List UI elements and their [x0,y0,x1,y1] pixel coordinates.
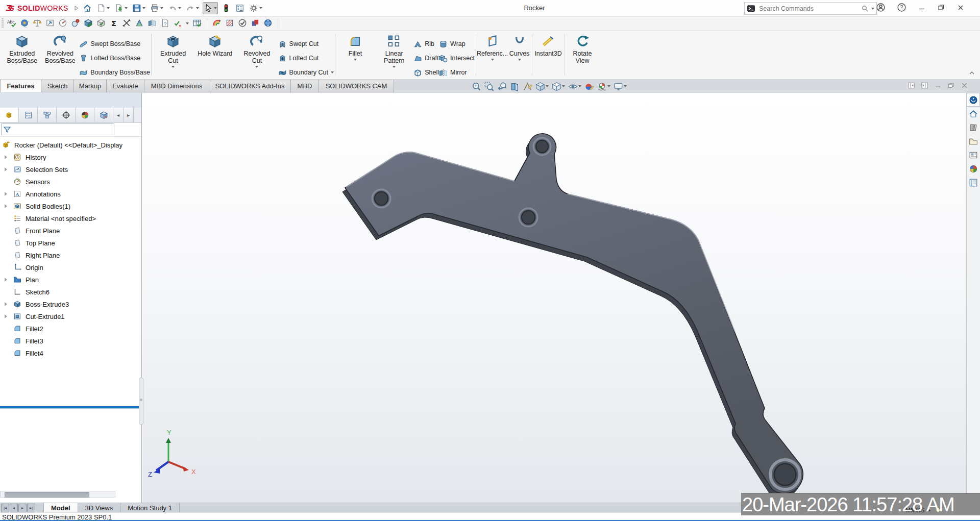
zoom-fit-button[interactable] [471,81,482,92]
expand-arrow-icon[interactable] [5,204,7,208]
tree-item-fillet4[interactable]: Fillet4 [0,347,141,359]
panel-splitter[interactable] [139,378,143,425]
expand-arrow-icon[interactable] [5,192,7,196]
section-view-button[interactable] [509,81,521,92]
dropdown-arrow-icon[interactable] [331,71,334,73]
equations-button[interactable]: Σ [109,18,118,29]
curves-button[interactable]: Curves [508,31,531,75]
tree-item-annotations[interactable]: AAnnotations [0,188,141,200]
dropdown-arrow-icon[interactable] [214,7,217,9]
tree-horizontal-scrollbar[interactable] [0,491,115,498]
draft-analysis-button[interactable] [135,18,144,29]
compare-button[interactable] [251,18,260,29]
view-orientation-button[interactable] [534,81,550,92]
rotate-view-button[interactable]: Rotate View [566,31,599,75]
extruded-boss-button[interactable]: Extruded Boss/Base [3,31,41,75]
lofted-boss-button[interactable]: Lofted Boss/Base [79,51,150,65]
orbit-button[interactable] [20,18,29,29]
tree-item-fillet2[interactable]: Fillet2 [0,322,141,335]
boundary-boss-button[interactable]: Boundary Boss/Base [79,65,150,80]
nav-prev-button[interactable]: ◂ [10,504,18,512]
tree-item-selection-sets[interactable]: Selection Sets [0,163,141,176]
cube-check-button[interactable] [84,18,93,29]
scrollbar-thumb[interactable] [5,492,89,498]
custom-properties-button[interactable] [967,176,980,189]
import-box-button[interactable] [45,18,55,29]
settings-gear-button[interactable] [248,2,263,14]
performance-button[interactable] [58,18,67,29]
configuration-manager-tab[interactable] [38,108,57,122]
feature-manager-tab[interactable] [0,108,19,122]
dropdown-arrow-icon[interactable] [186,22,189,24]
revolved-cut-button[interactable]: Revolved Cut [236,31,278,75]
dropdown-arrow-icon[interactable] [160,7,163,9]
tab-solidworks-cam[interactable]: SOLIDWORKS CAM [319,80,394,92]
cam-manager-tab[interactable] [94,108,113,122]
bottom-tab-3d-views[interactable]: 3D Views [78,503,121,513]
nav-last-button[interactable]: ▸| [27,504,35,512]
move-arrows-button[interactable] [122,18,131,29]
tab-mbd[interactable]: MBD [291,80,319,92]
dropdown-arrow-icon[interactable] [607,85,610,87]
tree-item-front-plane[interactable]: Front Plane [0,225,141,237]
display-manager-tab[interactable] [76,108,94,122]
rollback-bar[interactable] [0,406,142,408]
dropdown-arrow-icon[interactable] [196,7,199,9]
instant3d-button[interactable]: Instant3D [533,31,564,75]
tree-item-boss-extrude3[interactable]: Boss-Extrude3 [0,298,141,310]
window-close-button[interactable] [957,4,965,13]
view-settings-button[interactable] [612,81,628,92]
account-button[interactable] [876,3,886,14]
dropdown-arrow-icon[interactable] [546,85,549,87]
tab-evaluate[interactable]: Evaluate [107,80,144,92]
dropdown-arrow-icon[interactable] [578,85,581,87]
pin-globe-button[interactable] [71,18,80,29]
toolbar-grip[interactable] [2,18,4,29]
traffic-light-button[interactable] [220,2,232,14]
search-dropdown-icon[interactable] [871,8,874,10]
search-icon[interactable] [861,5,869,12]
dropdown-arrow-icon[interactable] [142,7,145,9]
swept-cut-button[interactable]: Swept Cut [278,37,334,51]
draft-button[interactable]: Draft [413,51,439,65]
nav-next-button[interactable]: ▸ [18,504,27,512]
zoom-area-button[interactable] [483,81,495,92]
collapse-left-button[interactable] [908,82,915,91]
panel-tab-scroll-left[interactable]: ◂ [113,108,124,122]
dimxpert-manager-tab[interactable] [57,108,76,122]
options-list-button[interactable] [234,2,246,14]
tree-item-plan[interactable]: Plan [0,274,141,286]
display-style-button[interactable] [551,81,566,92]
intersect-button[interactable]: Intersect [439,51,475,65]
tab-features[interactable]: Features [0,80,41,92]
geometry-check-button[interactable] [173,18,182,29]
tab-sketch[interactable]: Sketch [41,80,74,92]
window-restore-button[interactable] [937,4,945,13]
tree-filter-input[interactable] [1,123,114,135]
fillet-button[interactable]: Fillet [336,31,375,75]
check-circle-button[interactable] [238,18,247,29]
help-button[interactable]: ? [897,3,906,14]
revolved-boss-button[interactable]: Revolved Boss/Base [41,31,80,75]
view-palette-button[interactable] [967,148,980,162]
threedexperience-button[interactable] [967,93,980,107]
dropdown-arrow-icon[interactable] [518,59,521,61]
nav-first-button[interactable]: |◂ [1,504,9,512]
appearances-scenes-button[interactable] [967,162,980,176]
doc-question-button[interactable]: ? [160,18,169,29]
measure-button[interactable] [33,18,42,29]
swept-boss-button[interactable]: Swept Boss/Base [79,37,150,51]
tree-item-sketch6[interactable]: Sketch6 [0,286,141,298]
doc-minimize-button[interactable] [934,82,942,91]
graphics-viewport[interactable] [142,93,966,503]
rib-button[interactable]: Rib [413,37,439,51]
select-cursor-button[interactable] [203,2,218,14]
boundary-cut-button[interactable]: Boundary Cut [278,65,334,80]
redo-button[interactable] [185,2,200,14]
design-table-button[interactable] [192,18,202,29]
home-button[interactable] [82,2,93,14]
ribbon-collapse-icon[interactable] [969,70,975,76]
doc-restore-button[interactable] [947,82,955,91]
section-analysis-button[interactable] [212,18,222,29]
tree-item-history[interactable]: History [0,151,141,163]
